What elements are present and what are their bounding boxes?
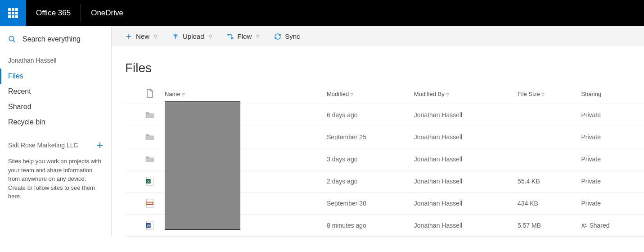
- table-row[interactable]: 6 days agoJonathan HassellPrivate: [125, 104, 644, 126]
- chevron-down-icon: ▽: [209, 34, 212, 39]
- modified-cell: September 25: [323, 126, 410, 148]
- column-type-icon[interactable]: [139, 84, 161, 104]
- sharing-cell: Shared: [577, 215, 644, 237]
- file-type-cell: [139, 104, 161, 126]
- modified-by-cell: Jonathan Hassell: [410, 126, 514, 148]
- sidebar: Search everything Jonathan Hassell Files…: [0, 26, 112, 237]
- row-select[interactable]: [125, 126, 139, 148]
- file-type-cell: [139, 148, 161, 170]
- content-area: New ▽ Upload ▽ Flow ▽ Sync Files: [112, 26, 644, 237]
- size-cell: [514, 148, 577, 170]
- flow-label: Flow: [238, 32, 252, 40]
- folder-icon: [145, 155, 154, 164]
- row-select[interactable]: [125, 104, 139, 126]
- modified-cell: 8 minutes ago: [323, 215, 410, 237]
- column-size[interactable]: File Size▽: [514, 84, 577, 104]
- folder-icon: [145, 110, 154, 119]
- sync-label: Sync: [285, 32, 300, 40]
- sidebar-help-text: Sites help you work on projects with you…: [0, 153, 111, 205]
- modified-cell: 2 days ago: [323, 170, 410, 192]
- svg-point-21: [585, 224, 586, 225]
- file-table: Name▽ Modified▽ Modified By▽ File Size▽ …: [125, 84, 644, 237]
- brand-label: Office 365: [26, 9, 81, 18]
- chevron-down-icon: ▽: [350, 92, 353, 97]
- command-bar: New ▽ Upload ▽ Flow ▽ Sync: [112, 26, 644, 46]
- file-type-cell: X: [139, 170, 161, 192]
- sharing-cell: Private: [577, 170, 644, 192]
- modified-cell: 6 days ago: [323, 104, 410, 126]
- sync-button[interactable]: Sync: [274, 32, 300, 40]
- waffle-icon: [8, 8, 18, 18]
- nav-shared[interactable]: Shared: [0, 99, 111, 115]
- file-name-cell[interactable]: [161, 104, 323, 126]
- svg-rect-10: [146, 158, 154, 162]
- shared-icon: [581, 222, 589, 229]
- sharing-cell: Private: [577, 126, 644, 148]
- column-select[interactable]: [125, 84, 139, 104]
- page-title: Files: [112, 46, 644, 84]
- nav-recycle-bin[interactable]: Recycle bin: [0, 115, 111, 130]
- sharing-cell: Private: [577, 104, 644, 126]
- chevron-down-icon: ▽: [541, 92, 545, 97]
- app-name-label[interactable]: OneDrive: [81, 9, 133, 18]
- sync-icon: [274, 33, 281, 40]
- add-site-button[interactable]: +: [97, 140, 103, 151]
- column-modified-by[interactable]: Modified By▽: [410, 84, 514, 104]
- size-cell: 55.4 KB: [514, 170, 577, 192]
- sharing-cell: Private: [577, 192, 644, 215]
- flow-icon: [227, 33, 234, 40]
- modified-by-cell: Jonathan Hassell: [410, 170, 514, 192]
- size-cell: 5.57 MB: [514, 215, 577, 237]
- row-select[interactable]: [125, 192, 139, 215]
- folder-icon: [145, 133, 154, 142]
- modified-by-cell: Jonathan Hassell: [410, 104, 514, 126]
- redaction-overlay: [165, 101, 240, 230]
- svg-rect-8: [146, 114, 154, 118]
- nav-list: Files Recent Shared Recycle bin: [0, 69, 111, 130]
- column-modified[interactable]: Modified▽: [323, 84, 410, 104]
- row-select[interactable]: [125, 170, 139, 192]
- upload-label: Upload: [183, 32, 204, 40]
- file-type-cell: [139, 126, 161, 148]
- nav-recent[interactable]: Recent: [0, 84, 111, 99]
- size-cell: 434 KB: [514, 192, 577, 215]
- svg-rect-9: [146, 136, 154, 140]
- flow-button[interactable]: Flow ▽: [227, 32, 260, 40]
- excel-icon: X: [145, 177, 154, 186]
- search-placeholder: Search everything: [23, 35, 81, 43]
- search-input[interactable]: Search everything: [0, 26, 111, 57]
- file-type-cell: W: [139, 215, 161, 237]
- upload-icon: [172, 33, 179, 40]
- chevron-down-icon: ▽: [154, 34, 158, 39]
- svg-text:W: W: [147, 224, 150, 228]
- nav-files[interactable]: Files: [0, 69, 111, 84]
- search-icon: [8, 35, 16, 43]
- column-name[interactable]: Name▽: [161, 84, 323, 104]
- row-select[interactable]: [125, 215, 139, 237]
- modified-cell: 3 days ago: [323, 148, 410, 170]
- upload-button[interactable]: Upload ▽: [172, 32, 212, 40]
- size-cell: [514, 104, 577, 126]
- sidebar-group-header: Salt Rose Marketing LLC +: [0, 130, 111, 153]
- row-select[interactable]: [125, 148, 139, 170]
- plus-icon: [125, 33, 132, 40]
- size-cell: [514, 126, 577, 148]
- svg-point-6: [228, 34, 229, 35]
- file-icon: [146, 89, 153, 98]
- svg-point-20: [582, 224, 584, 226]
- chevron-down-icon: ▽: [182, 92, 185, 97]
- new-button[interactable]: New ▽: [125, 32, 158, 40]
- chevron-down-icon: ▽: [256, 34, 260, 39]
- svg-text:X: X: [147, 179, 149, 183]
- modified-cell: September 30: [323, 192, 410, 215]
- svg-line-1: [13, 40, 15, 42]
- owner-name: Jonathan Hassell: [0, 57, 111, 69]
- column-sharing[interactable]: Sharing: [577, 84, 644, 104]
- group-label: Salt Rose Marketing LLC: [8, 142, 78, 149]
- svg-rect-16: [147, 202, 153, 204]
- pdf-icon: [145, 199, 154, 208]
- modified-by-cell: Jonathan Hassell: [410, 148, 514, 170]
- new-label: New: [136, 32, 149, 40]
- app-launcher-button[interactable]: [0, 0, 26, 26]
- svg-point-0: [9, 36, 14, 41]
